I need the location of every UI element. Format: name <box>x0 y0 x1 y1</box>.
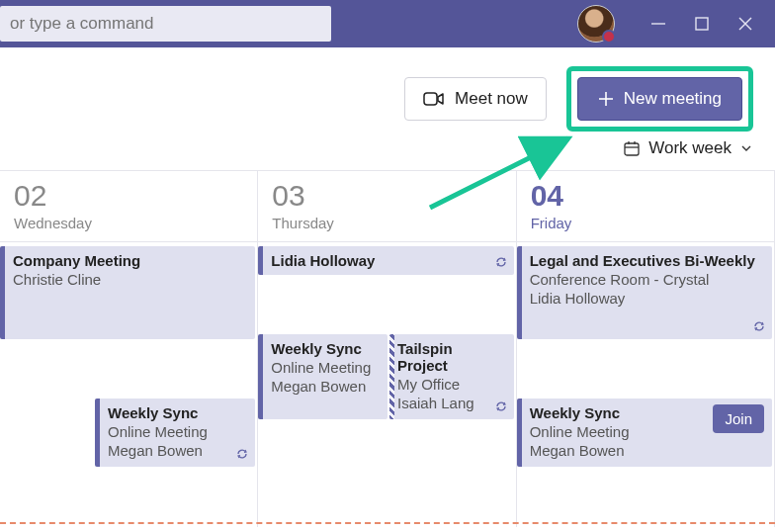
day-header[interactable]: 04Friday <box>517 171 774 242</box>
calendar-event[interactable]: Legal and Executives Bi-WeeklyConference… <box>517 246 772 339</box>
events-area: Lidia HollowayWeekly SyncOnline MeetingM… <box>258 242 515 422</box>
day-name: Thursday <box>272 215 501 231</box>
event-title: Weekly Sync <box>271 340 380 357</box>
event-organizer: Megan Bowen <box>530 442 764 459</box>
event-title: Company Meeting <box>13 252 247 269</box>
plus-icon <box>598 91 614 107</box>
work-week-label: Work week <box>648 138 732 158</box>
day-number: 02 <box>14 179 243 213</box>
window-maximize-icon[interactable] <box>694 16 710 32</box>
svg-rect-7 <box>625 143 639 155</box>
event-location: My Office <box>397 376 506 393</box>
work-week-toggle[interactable]: Work week <box>623 138 753 158</box>
event-title: Legal and Executives Bi-Weekly <box>530 252 764 269</box>
join-button[interactable]: Join <box>713 404 764 433</box>
recurring-icon <box>235 447 249 461</box>
events-area: Legal and Executives Bi-WeeklyConference… <box>517 242 774 470</box>
event-organizer: Christie Cline <box>13 271 247 288</box>
new-meeting-label: New meeting <box>624 89 722 109</box>
calendar-icon <box>623 139 641 157</box>
calendar-grid: 02WednesdayCompany MeetingChristie Cline… <box>0 170 775 527</box>
current-time-line <box>0 522 775 524</box>
new-meeting-button[interactable]: New meeting <box>577 77 742 121</box>
event-organizer: Isaiah Lang <box>397 395 506 411</box>
recurring-icon <box>752 319 766 333</box>
day-column: 03ThursdayLidia HollowayWeekly SyncOnlin… <box>258 171 516 527</box>
day-header[interactable]: 03Thursday <box>258 171 515 242</box>
day-column: 02WednesdayCompany MeetingChristie Cline… <box>0 171 258 527</box>
presence-busy-icon <box>602 30 616 44</box>
window-minimize-icon[interactable] <box>650 16 666 32</box>
calendar-event[interactable]: Company MeetingChristie Cline <box>0 246 255 339</box>
event-location: Online Meeting <box>108 423 247 440</box>
day-name: Friday <box>531 215 760 231</box>
event-organizer: Lidia Holloway <box>530 290 764 307</box>
calendar-event[interactable]: Lidia Holloway <box>258 246 513 275</box>
meet-now-button[interactable]: Meet now <box>404 77 547 121</box>
day-column: 04FridayLegal and Executives Bi-WeeklyCo… <box>517 171 775 527</box>
calendar-event[interactable]: Weekly SyncOnline MeetingMegan Bowen <box>258 334 388 419</box>
calendar-event[interactable]: Weekly SyncOnline MeetingMegan Bowen <box>95 399 255 467</box>
day-header[interactable]: 02Wednesday <box>0 171 257 242</box>
svg-rect-4 <box>424 93 437 105</box>
recurring-icon <box>494 255 508 269</box>
day-name: Wednesday <box>14 215 243 231</box>
day-number: 04 <box>531 179 760 213</box>
calendar-event[interactable]: Weekly SyncOnline MeetingMegan BowenJoin <box>517 399 772 467</box>
meet-now-label: Meet now <box>455 89 528 109</box>
new-meeting-highlight: New meeting <box>566 66 753 132</box>
event-location: Online Meeting <box>271 359 380 376</box>
calendar-subtoolbar: Work week <box>0 127 775 170</box>
svg-rect-1 <box>696 18 708 30</box>
search-input[interactable] <box>0 6 331 42</box>
window-close-icon[interactable] <box>737 16 753 32</box>
event-location: Conference Room - Crystal <box>530 271 764 288</box>
event-title: Lidia Holloway <box>271 252 505 269</box>
calendar-event[interactable]: Tailspin ProjectMy OfficeIsaiah Lang <box>389 334 514 419</box>
event-organizer: Megan Bowen <box>271 378 380 395</box>
title-bar <box>0 0 775 47</box>
recurring-icon <box>494 399 508 413</box>
events-area: Company MeetingChristie ClineWeekly Sync… <box>0 242 257 470</box>
video-icon <box>423 90 445 108</box>
avatar[interactable] <box>577 5 615 43</box>
chevron-down-icon <box>739 141 753 155</box>
event-title: Weekly Sync <box>108 404 247 421</box>
event-title: Tailspin Project <box>397 340 506 374</box>
event-organizer: Megan Bowen <box>108 442 247 459</box>
calendar-toolbar: Meet now New meeting <box>0 47 775 127</box>
day-number: 03 <box>272 179 501 213</box>
